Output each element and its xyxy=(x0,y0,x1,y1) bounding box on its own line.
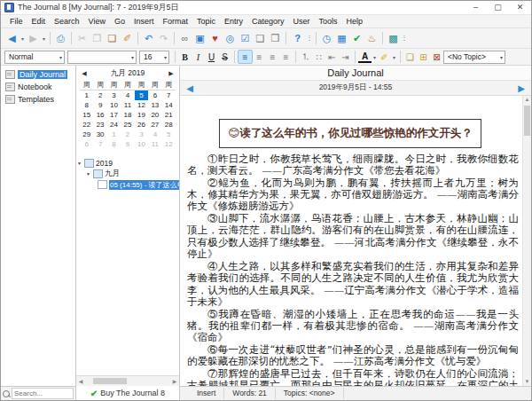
sidebar-item-daily-journal[interactable]: Daily Journal xyxy=(1,68,75,81)
toolbar-overflow[interactable]: ⋮ xyxy=(401,31,408,45)
back-dropdown[interactable]: ▾ xyxy=(20,31,26,45)
menu-view[interactable]: View xyxy=(84,17,110,26)
format-brush-button[interactable]: ✐ xyxy=(120,31,135,45)
bold-button[interactable]: B xyxy=(178,51,192,63)
vertical-scrollbar[interactable]: ▲ ▼ xyxy=(522,96,531,386)
search-button[interactable]: ◎ xyxy=(223,31,238,45)
calendar-day[interactable]: 25 xyxy=(121,120,134,130)
scroll-down-icon[interactable]: ▼ xyxy=(525,378,530,386)
calendar-day[interactable]: 5 xyxy=(162,130,176,139)
editor-tab[interactable]: Daily Journal xyxy=(180,66,531,81)
calendar-day[interactable]: 6 xyxy=(80,139,93,149)
calendar-day[interactable]: 16 xyxy=(93,110,106,120)
scroll-right-icon[interactable]: ▶ xyxy=(171,378,178,384)
next-month-icon[interactable]: ▶ xyxy=(167,70,176,77)
new-topic-button[interactable]: ❏ xyxy=(403,51,417,63)
highlight-button[interactable]: ✐ xyxy=(378,51,391,63)
buy-link[interactable]: ✔ Buy The Journal 8 xyxy=(76,386,179,400)
menu-user[interactable]: User xyxy=(289,17,315,26)
calendar-day[interactable]: 12 xyxy=(135,100,148,110)
scroll-up-icon[interactable]: ▲ xyxy=(525,96,530,104)
font-name-combo[interactable]: ▾ xyxy=(67,51,137,64)
calendar-day[interactable]: 3 xyxy=(107,90,121,100)
calendar-day[interactable]: 30 xyxy=(93,130,106,139)
calendar-day[interactable]: 10 xyxy=(135,139,148,149)
calendar-day[interactable]: 6 xyxy=(148,90,161,100)
calendar-day[interactable]: 17 xyxy=(107,110,121,120)
strikethrough-button[interactable]: S xyxy=(218,51,231,63)
categories-button[interactable]: ▩ xyxy=(386,31,401,45)
menu-file[interactable]: File xyxy=(5,17,27,26)
prev-month-icon[interactable]: ◀ xyxy=(80,70,89,77)
align-right-button[interactable]: ≡ xyxy=(266,51,279,63)
sidebar-item-templates[interactable]: Templates xyxy=(1,93,75,106)
calendar-day[interactable]: 5 xyxy=(135,90,148,100)
forward-button[interactable]: ▶ xyxy=(26,31,41,45)
menu-search[interactable]: Search xyxy=(50,17,84,26)
calendar-day[interactable]: 2 xyxy=(93,90,106,100)
scrollbar-thumb[interactable] xyxy=(93,378,127,384)
topic-combo[interactable]: <No Topic> ▾ xyxy=(443,51,505,64)
tasks-button[interactable]: ✔ xyxy=(349,31,364,45)
calendar-day[interactable]: 12 xyxy=(162,139,176,149)
expand-arrow-icon[interactable]: ▼ xyxy=(85,171,91,177)
calendar-day[interactable]: 3 xyxy=(135,130,148,139)
menu-category[interactable]: Category xyxy=(247,17,289,26)
search-input[interactable] xyxy=(12,388,74,399)
clock-button[interactable]: ◷ xyxy=(319,31,334,45)
expand-arrow-icon[interactable]: ▼ xyxy=(76,161,82,166)
spellcheck-button[interactable]: ☑ xyxy=(238,31,253,45)
menu-tools[interactable]: Tools xyxy=(315,17,342,26)
calendar-day[interactable]: 24 xyxy=(107,120,121,130)
outdent-button[interactable]: ⇤ xyxy=(325,51,339,63)
calendar-day[interactable]: 13 xyxy=(148,100,161,110)
font-color-button[interactable]: A xyxy=(358,51,372,63)
help-button[interactable]: ? xyxy=(289,30,306,46)
calendar-day[interactable]: 1 xyxy=(107,130,121,139)
remove-topic-button[interactable]: ⊠ xyxy=(430,51,443,63)
insert-image-button[interactable]: ▣ xyxy=(192,31,207,45)
calendar-day[interactable]: 7 xyxy=(93,139,106,149)
calendar-day[interactable]: 20 xyxy=(148,110,161,120)
paste-button[interactable]: ❏ xyxy=(105,31,120,45)
align-left-button[interactable]: ≡ xyxy=(238,50,253,64)
duplicate-entry-button[interactable]: ❒ xyxy=(268,31,283,45)
align-justify-button[interactable]: ≡ xyxy=(279,51,293,63)
calendar-day[interactable]: 29 xyxy=(80,130,93,139)
calendar-day[interactable]: 7 xyxy=(162,90,176,100)
menu-entry[interactable]: Entry xyxy=(220,17,247,26)
scroll-left-icon[interactable]: ◀ xyxy=(77,378,84,384)
menu-insert[interactable]: Insert xyxy=(129,17,159,26)
highlight-dropdown[interactable]: ▾ xyxy=(391,51,397,63)
assign-topic-button[interactable]: ⊞ xyxy=(417,51,430,63)
menu-edit[interactable]: Edit xyxy=(27,17,51,26)
cut-button[interactable]: ✂ xyxy=(74,31,90,45)
forward-dropdown[interactable]: ▾ xyxy=(41,31,47,45)
menu-format[interactable]: Format xyxy=(158,17,192,26)
reminder-button[interactable]: ♨ xyxy=(364,31,379,45)
menu-topic[interactable]: Topic xyxy=(192,17,220,26)
toolbar-overflow[interactable]: ⋮ xyxy=(306,31,313,45)
maximize-button[interactable]: ▢ xyxy=(487,1,509,14)
calendar-day[interactable]: 19 xyxy=(135,110,148,120)
indent-button[interactable]: ⇥ xyxy=(339,51,352,63)
calendar-day[interactable]: 2 xyxy=(121,130,134,139)
tree-node-entry[interactable]: 05 (14:55) - 读了这么年 xyxy=(76,179,179,190)
calendar-day[interactable]: 27 xyxy=(148,120,161,130)
datebook-button[interactable]: ▦ xyxy=(334,31,349,45)
favorites-button[interactable]: ♥ xyxy=(207,31,223,45)
calendar-day[interactable]: 8 xyxy=(80,100,93,110)
calendar-day[interactable]: 15 xyxy=(80,110,93,120)
font-color-dropdown[interactable]: ▾ xyxy=(372,51,378,63)
bullet-list-button[interactable]: ∷ xyxy=(312,51,325,63)
new-entry-button[interactable]: ❑ xyxy=(253,31,268,45)
horizontal-scrollbar[interactable]: ◀ ▶ xyxy=(76,375,179,386)
calendar-day[interactable]: 28 xyxy=(162,120,176,130)
font-size-combo[interactable]: 16 ▾ xyxy=(139,51,169,64)
tree-node-year[interactable]: ▼ 2019 xyxy=(76,158,179,169)
calendar-day[interactable]: 18 xyxy=(121,110,134,120)
minimize-button[interactable]: – xyxy=(465,1,487,14)
previous-entry-icon[interactable]: ◀ xyxy=(184,83,196,93)
calendar-day[interactable]: 11 xyxy=(121,100,134,110)
calendar-day[interactable]: 22 xyxy=(80,120,93,130)
